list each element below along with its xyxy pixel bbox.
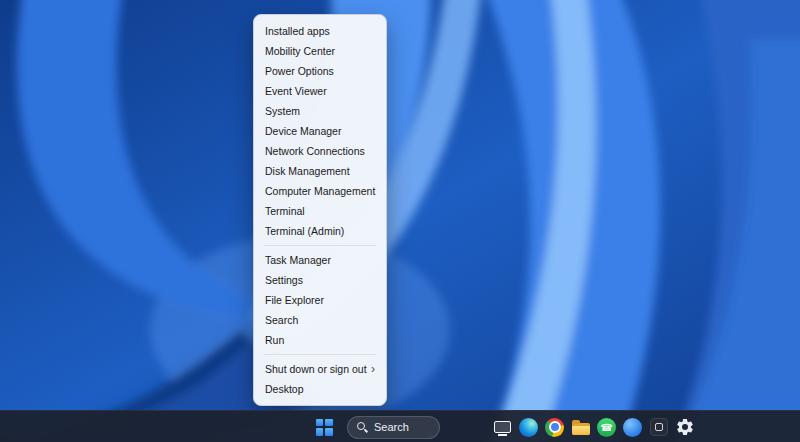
- menu-item-label: Mobility Center: [265, 45, 335, 57]
- menu-item-task-manager[interactable]: Task Manager: [254, 250, 386, 270]
- menu-item-run[interactable]: Run: [254, 330, 386, 350]
- submenu-chevron-icon: ›: [371, 363, 375, 375]
- settings-gear-icon[interactable]: [672, 413, 697, 441]
- menu-item-shut-down-or-sign-out[interactable]: Shut down or sign out›: [254, 359, 386, 379]
- taskbar: Search ☎: [0, 410, 800, 442]
- taskbar-center-group: Search ☎: [310, 411, 697, 442]
- menu-item-network-connections[interactable]: Network Connections: [254, 141, 386, 161]
- edge-icon[interactable]: [516, 413, 541, 441]
- file-explorer-icon[interactable]: [568, 413, 593, 441]
- menu-item-event-viewer[interactable]: Event Viewer: [254, 81, 386, 101]
- menu-item-installed-apps[interactable]: Installed apps: [254, 21, 386, 41]
- menu-item-label: Terminal (Admin): [265, 225, 344, 237]
- menu-item-label: Network Connections: [265, 145, 365, 157]
- menu-item-label: Desktop: [265, 383, 304, 395]
- menu-separator: [264, 245, 376, 246]
- taskbar-app-icons: ☎: [490, 413, 697, 441]
- menu-item-label: File Explorer: [265, 294, 324, 306]
- menu-item-label: Computer Management: [265, 185, 375, 197]
- dark-app-icon[interactable]: [646, 413, 671, 441]
- whatsapp-icon[interactable]: ☎: [594, 413, 619, 441]
- menu-item-label: System: [265, 105, 300, 117]
- menu-item-label: Installed apps: [265, 25, 330, 37]
- start-button[interactable]: [310, 413, 338, 441]
- menu-item-label: Run: [265, 334, 284, 346]
- menu-item-computer-management[interactable]: Computer Management: [254, 181, 386, 201]
- menu-item-terminal-admin[interactable]: Terminal (Admin): [254, 221, 386, 241]
- monitor-app-icon[interactable]: [490, 413, 515, 441]
- menu-item-label: Task Manager: [265, 254, 331, 266]
- menu-item-desktop[interactable]: Desktop: [254, 379, 386, 399]
- search-label: Search: [374, 421, 409, 433]
- desktop[interactable]: [0, 0, 800, 442]
- menu-item-label: Shut down or sign out: [265, 363, 367, 375]
- blue-app-icon[interactable]: [620, 413, 645, 441]
- menu-item-label: Event Viewer: [265, 85, 327, 97]
- menu-item-label: Terminal: [265, 205, 305, 217]
- search-icon: [357, 422, 367, 432]
- windows-logo-icon: [316, 419, 333, 436]
- menu-item-file-explorer[interactable]: File Explorer: [254, 290, 386, 310]
- chrome-icon[interactable]: [542, 413, 567, 441]
- menu-item-label: Settings: [265, 274, 303, 286]
- menu-item-terminal[interactable]: Terminal: [254, 201, 386, 221]
- menu-item-label: Power Options: [265, 65, 334, 77]
- menu-item-search[interactable]: Search: [254, 310, 386, 330]
- menu-item-label: Device Manager: [265, 125, 341, 137]
- menu-item-system[interactable]: System: [254, 101, 386, 121]
- menu-item-label: Search: [265, 314, 298, 326]
- search-input[interactable]: Search: [347, 416, 440, 439]
- menu-item-device-manager[interactable]: Device Manager: [254, 121, 386, 141]
- menu-item-label: Disk Management: [265, 165, 350, 177]
- wallpaper-graphic: [0, 0, 800, 442]
- menu-item-settings[interactable]: Settings: [254, 270, 386, 290]
- menu-item-disk-management[interactable]: Disk Management: [254, 161, 386, 181]
- menu-separator: [264, 354, 376, 355]
- menu-item-power-options[interactable]: Power Options: [254, 61, 386, 81]
- winx-menu: Installed appsMobility CenterPower Optio…: [253, 14, 387, 406]
- menu-item-mobility-center[interactable]: Mobility Center: [254, 41, 386, 61]
